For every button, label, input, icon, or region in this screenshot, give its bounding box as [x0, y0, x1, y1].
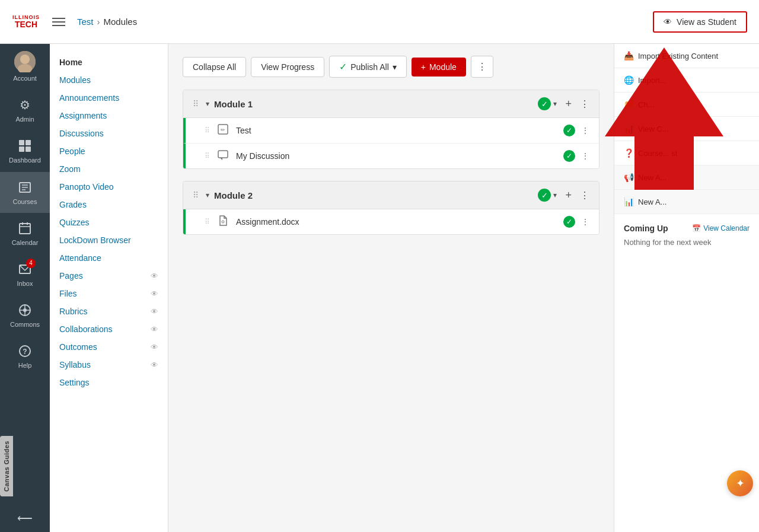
view-course-button[interactable]: 📊 View C... — [614, 117, 759, 141]
import-scorm-button[interactable]: 🌐 Import... — [614, 68, 759, 93]
course-nav-grades[interactable]: Grades — [50, 196, 168, 214]
new-analytics-button[interactable]: 📊 New A... — [614, 190, 759, 214]
item-test-kebab[interactable]: ⋮ — [581, 126, 589, 135]
outcomes-eye-icon: 👁 — [151, 343, 158, 352]
module-1-kebab-button[interactable]: ⋮ — [580, 98, 589, 110]
hamburger-button[interactable] — [50, 15, 68, 28]
view-as-student-button[interactable]: 👁 View as Student — [653, 11, 747, 33]
view-progress-button[interactable]: View Progress — [251, 57, 324, 77]
rubrics-eye-icon: 👁 — [151, 307, 158, 316]
inbox-badge: 4 — [26, 259, 36, 268]
module-1-add-button[interactable]: + — [563, 98, 574, 110]
nav-item-inbox[interactable]: 4 Inbox — [0, 254, 50, 295]
module-2-dropdown-arrow[interactable]: ▾ — [553, 191, 557, 199]
publish-all-button[interactable]: ✓ Publish All ▾ — [329, 56, 407, 78]
nav-dashboard-label: Dashboard — [9, 157, 41, 164]
item-test-title: Test — [236, 126, 556, 135]
course-nav: Home Modules Announcements Assignments D… — [50, 44, 168, 532]
modules-kebab-button[interactable]: ⋮ — [471, 56, 493, 78]
course-home-test-icon: ❓ — [624, 148, 633, 158]
import-existing-label: Import Existing Content — [638, 52, 718, 60]
right-panel: 📥 Import Existing Content 🌐 Import... 📁 … — [614, 44, 759, 532]
course-nav-settings[interactable]: Settings — [50, 374, 168, 391]
course-home-test-button[interactable]: ❓ Course... st — [614, 141, 759, 165]
course-nav-assignments[interactable]: Assignments — [50, 107, 168, 125]
course-nav-rubrics[interactable]: Rubrics 👁 — [50, 302, 168, 320]
svg-point-28 — [222, 221, 224, 223]
module-2-add-button[interactable]: + — [563, 189, 574, 202]
nav-item-account[interactable]: Account — [0, 44, 50, 90]
module-2-kebab-button[interactable]: ⋮ — [580, 190, 589, 201]
module-2-collapse-arrow[interactable]: ▾ — [206, 191, 209, 199]
course-nav-lockdown[interactable]: LockDown Browser — [50, 231, 168, 249]
choose-label: Ch... — [638, 100, 654, 109]
breadcrumb-current: Modules — [104, 17, 138, 27]
module-2-title: Module 2 — [214, 190, 533, 200]
item-discussion-drag[interactable]: ⠿ — [205, 152, 210, 160]
nav-item-help[interactable]: ? Help — [0, 336, 50, 377]
commons-icon — [17, 302, 33, 318]
item-assignment-drag[interactable]: ⠿ — [205, 218, 210, 226]
course-nav-collaborations[interactable]: Collaborations 👁 — [50, 320, 168, 338]
nav-item-dashboard[interactable]: Dashboard — [0, 130, 50, 171]
main-layout: Account ⚙ Admin Dashboard Courses Calend… — [0, 44, 759, 532]
choose-button[interactable]: 📁 Ch... — [614, 93, 759, 117]
coming-up-section: Coming Up 📅 View Calendar Nothing for th… — [614, 214, 759, 256]
course-nav-quizzes[interactable]: Quizzes — [50, 214, 168, 231]
nav-calendar-label: Calendar — [12, 239, 39, 247]
course-nav-zoom[interactable]: Zoom — [50, 160, 168, 178]
nothing-text: Nothing for the next week — [624, 238, 750, 247]
breadcrumb: Test › Modules — [77, 17, 137, 27]
nav-item-admin[interactable]: ⚙ Admin — [0, 90, 50, 130]
item-test-actions: ✓ ⋮ — [563, 125, 589, 136]
course-nav-panopto[interactable]: Panopto Video — [50, 178, 168, 196]
header-right: 👁 View as Student — [653, 11, 747, 33]
admin-icon: ⚙ — [17, 97, 33, 113]
module-1-drag-handle[interactable]: ⠿ — [193, 99, 199, 109]
course-nav-discussions[interactable]: Discussions — [50, 125, 168, 142]
course-nav-people[interactable]: People — [50, 142, 168, 160]
new-announcement-label: New A... — [638, 173, 666, 182]
logo-area: ILLINOIS TECH Test › Modules — [12, 8, 137, 36]
course-nav-outcomes[interactable]: Outcomes 👁 — [50, 338, 168, 356]
course-nav-syllabus[interactable]: Syllabus 👁 — [50, 356, 168, 374]
course-nav-files[interactable]: Files 👁 — [50, 285, 168, 302]
item-assignment-kebab[interactable]: ⋮ — [581, 217, 589, 227]
import-existing-content-button[interactable]: 📥 Import Existing Content — [614, 44, 759, 68]
logo-tech: TECH — [15, 20, 37, 28]
view-calendar-link[interactable]: 📅 View Calendar — [692, 224, 750, 232]
nav-item-commons[interactable]: Commons — [0, 295, 50, 336]
collaborations-eye-icon: 👁 — [151, 325, 158, 334]
module-1-dropdown-arrow[interactable]: ▾ — [553, 100, 557, 108]
collapse-nav-button[interactable]: ⟵ — [0, 505, 50, 532]
syllabus-eye-icon: 👁 — [151, 361, 158, 369]
course-nav-attendance[interactable]: Attendance — [50, 249, 168, 267]
nav-item-courses[interactable]: Courses — [0, 172, 50, 213]
collapse-all-button[interactable]: Collapse All — [183, 57, 246, 77]
item-assignment-file-icon — [217, 215, 229, 228]
import-scorm-label: Import... — [638, 76, 666, 85]
course-nav-home[interactable]: Home — [50, 53, 168, 71]
svg-point-17 — [23, 308, 27, 312]
module-2-drag-handle[interactable]: ⠿ — [193, 190, 199, 200]
nav-item-calendar[interactable]: Calendar — [0, 213, 50, 254]
nav-bottom: ⟵ — [0, 505, 50, 532]
svg-rect-3 — [19, 140, 24, 145]
courses-icon — [17, 179, 33, 196]
course-nav-modules[interactable]: Modules — [50, 71, 168, 89]
course-nav-pages[interactable]: Pages 👁 — [50, 267, 168, 285]
svg-marker-27 — [220, 158, 222, 160]
import-existing-icon: 📥 — [624, 51, 633, 60]
files-label: Files — [59, 289, 77, 298]
canvas-widget-button[interactable]: ✦ — [727, 470, 753, 496]
module-1-header: ⠿ ▾ Module 1 ✓ ▾ + ⋮ — [183, 90, 599, 118]
course-nav-announcements[interactable]: Announcements — [50, 89, 168, 107]
new-announcement-button[interactable]: 📢 New A... — [614, 165, 759, 190]
breadcrumb-test-link[interactable]: Test — [77, 17, 94, 27]
canvas-guides-tab[interactable]: Canvas Guides — [0, 436, 13, 496]
add-module-button[interactable]: + Module — [412, 58, 466, 77]
item-test-drag[interactable]: ⠿ — [205, 126, 210, 135]
item-discussion-kebab[interactable]: ⋮ — [581, 151, 589, 161]
new-announcement-icon: 📢 — [624, 173, 633, 182]
module-1-collapse-arrow[interactable]: ▾ — [206, 100, 209, 108]
